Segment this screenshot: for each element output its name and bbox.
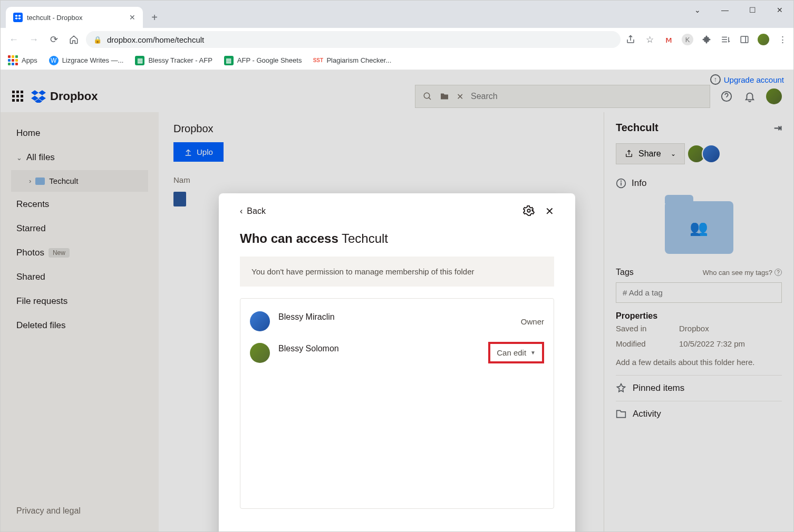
svg-point-8 bbox=[527, 209, 530, 212]
close-window-button[interactable]: ✕ bbox=[766, 1, 793, 19]
bookmarks-bar: Apps W Lizgrace Writes —... ▦ Blessy Tra… bbox=[1, 51, 793, 70]
bookmark-blessy-tracker[interactable]: ▦ Blessy Tracker - AFP bbox=[135, 56, 212, 65]
sst-icon: SST bbox=[313, 56, 323, 65]
mcafee-icon[interactable]: ᴍ bbox=[663, 34, 674, 45]
nav-back-icon[interactable]: ← bbox=[6, 32, 22, 47]
apps-grid-icon bbox=[8, 55, 18, 65]
member-avatar bbox=[250, 311, 270, 331]
lock-icon: 🔒 bbox=[93, 36, 102, 44]
svg-rect-0 bbox=[741, 36, 748, 43]
tab-close-icon[interactable]: ✕ bbox=[129, 13, 135, 22]
member-row: Blessy Miraclin Owner bbox=[250, 306, 544, 337]
tab-title: techcult - Dropbox bbox=[27, 14, 125, 22]
member-row: Blessy Solomon Can edit ▼ bbox=[250, 337, 544, 369]
new-tab-button[interactable]: + bbox=[146, 9, 163, 26]
members-list: Blessy Miraclin Owner Blessy Solomon Can… bbox=[240, 298, 554, 509]
home-icon[interactable] bbox=[66, 32, 82, 47]
member-email-redacted bbox=[278, 353, 394, 362]
member-name: Blessy Miraclin bbox=[278, 312, 394, 322]
back-label: Back bbox=[247, 206, 266, 216]
modal-title: Who can access Techcult bbox=[240, 231, 554, 246]
maximize-button[interactable]: ☐ bbox=[739, 1, 766, 19]
address-bar: ← → ⟳ 🔒 dropbox.com/home/techcult ☆ ᴍ K bbox=[1, 28, 793, 51]
dropbox-app: ↑ Upgrade account Dropbox bbox=[1, 70, 793, 531]
browser-tab[interactable]: techcult - Dropbox ✕ bbox=[6, 7, 143, 28]
nav-forward-icon[interactable]: → bbox=[26, 32, 42, 47]
reading-list-icon[interactable] bbox=[720, 34, 731, 45]
caret-down-icon: ▼ bbox=[530, 350, 536, 356]
close-modal-icon[interactable]: ✕ bbox=[545, 205, 554, 218]
tabs-dropdown-icon[interactable]: ⌄ bbox=[684, 1, 711, 19]
sheets-icon: ▦ bbox=[135, 56, 144, 65]
permission-notice: You don't have permission to manage memb… bbox=[240, 257, 554, 287]
settings-gear-icon[interactable] bbox=[523, 205, 535, 218]
sheets-icon: ▦ bbox=[224, 56, 234, 65]
browser-window: techcult - Dropbox ✕ + ⌄ — ☐ ✕ ← → ⟳ 🔒 d… bbox=[0, 0, 794, 532]
bookmark-label: Plagiarism Checker... bbox=[326, 56, 391, 64]
extensions-icon[interactable] bbox=[701, 34, 712, 45]
profile-k-icon[interactable]: K bbox=[682, 34, 693, 45]
browser-titlebar: techcult - Dropbox ✕ + ⌄ — ☐ ✕ bbox=[1, 1, 793, 28]
apps-bookmark[interactable]: Apps bbox=[8, 55, 37, 65]
bookmark-label: Lizgrace Writes —... bbox=[62, 56, 124, 64]
bookmark-plagiarism[interactable]: SST Plagiarism Checker... bbox=[313, 56, 391, 65]
member-role-owner: Owner bbox=[521, 317, 544, 326]
side-panel-icon[interactable] bbox=[739, 34, 750, 45]
chevron-left-icon: ‹ bbox=[240, 206, 243, 216]
bookmark-lizgrace[interactable]: W Lizgrace Writes —... bbox=[49, 56, 124, 65]
permission-dropdown[interactable]: Can edit ▼ bbox=[488, 342, 544, 363]
reload-icon[interactable]: ⟳ bbox=[46, 32, 62, 47]
url-input[interactable]: 🔒 dropbox.com/home/techcult bbox=[86, 31, 621, 48]
member-avatar bbox=[250, 343, 270, 363]
star-bookmark-icon[interactable]: ☆ bbox=[644, 34, 655, 45]
wordpress-icon: W bbox=[49, 56, 59, 65]
permission-label: Can edit bbox=[497, 348, 526, 357]
browser-profile-avatar[interactable] bbox=[758, 34, 769, 45]
bookmark-label: Blessy Tracker - AFP bbox=[148, 56, 212, 64]
bookmark-label: Apps bbox=[22, 56, 37, 64]
modal-back-button[interactable]: ‹ Back bbox=[240, 206, 266, 216]
bookmark-afp[interactable]: ▦ AFP - Google Sheets bbox=[224, 56, 302, 65]
bookmark-label: AFP - Google Sheets bbox=[237, 56, 302, 64]
url-text: dropbox.com/home/techcult bbox=[107, 35, 204, 44]
minimize-button[interactable]: — bbox=[711, 1, 739, 19]
window-controls: ⌄ — ☐ ✕ bbox=[684, 1, 793, 19]
share-access-modal: ‹ Back ✕ Who can access Techcult You don… bbox=[219, 193, 575, 531]
member-email-redacted bbox=[278, 322, 394, 330]
chrome-menu-icon[interactable]: ⋮ bbox=[777, 34, 788, 45]
dropbox-favicon bbox=[13, 13, 23, 22]
share-page-icon[interactable] bbox=[625, 34, 636, 45]
member-name: Blessy Solomon bbox=[278, 344, 394, 353]
